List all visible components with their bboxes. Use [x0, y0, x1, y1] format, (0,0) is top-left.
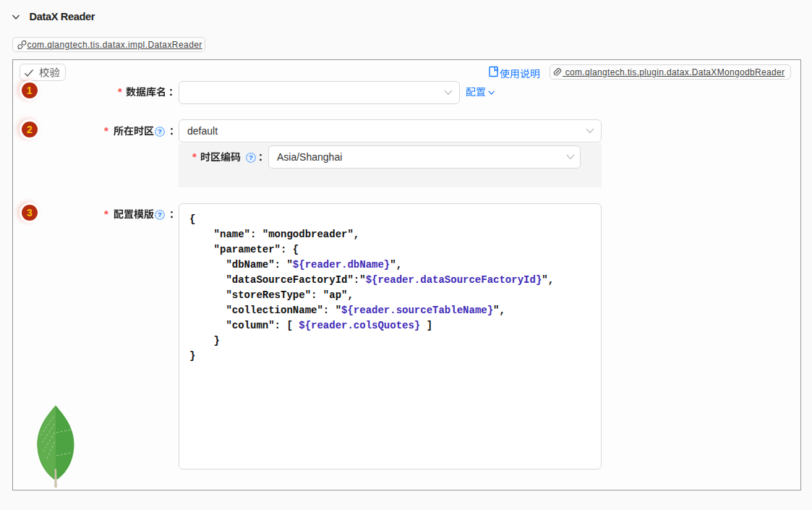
svg-text:?: ?: [158, 127, 162, 135]
svg-text:?: ?: [158, 211, 162, 218]
svg-text:?: ?: [249, 153, 253, 161]
